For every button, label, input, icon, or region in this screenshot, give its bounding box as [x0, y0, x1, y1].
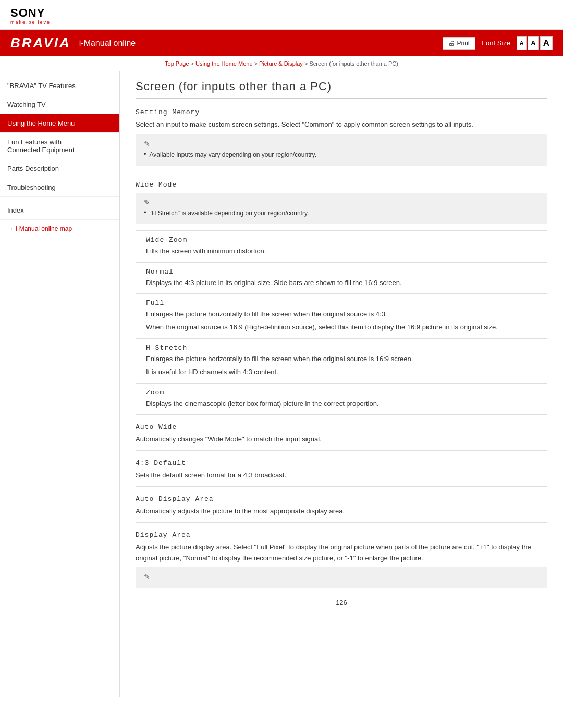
sub-desc-zoom: Displays the cinemascopic (letter box fo…: [146, 399, 547, 410]
section-auto-wide-title: Auto Wide: [136, 423, 547, 431]
divider-display-area: [136, 522, 547, 523]
breadcrumb: Top Page > Using the Home Menu > Picture…: [0, 56, 563, 71]
bullet-dot-2: •: [144, 208, 146, 216]
sony-tagline: make.believe: [10, 20, 553, 25]
section-auto-display-title: Auto Display Area: [136, 495, 547, 503]
bullet-dot: •: [144, 150, 146, 158]
section-setting-memory-title: Setting Memory: [136, 108, 547, 116]
divider-normal: [136, 262, 547, 263]
divider-wide-zoom: [136, 230, 547, 231]
bravia-left: BRAVIA i-Manual online: [10, 35, 136, 51]
note-pencil-icon-3: ✎: [144, 573, 539, 581]
sidebar-item-troubleshooting[interactable]: Troubleshooting: [0, 178, 119, 197]
section-43-default-title: 4:3 Default: [136, 459, 547, 467]
page-number: 126: [136, 599, 547, 607]
sub-title-full: Full: [146, 299, 547, 307]
bravia-bar: BRAVIA i-Manual online 🖨 Print Font Size…: [0, 30, 563, 56]
sub-title-wide-zoom: Wide Zoom: [146, 236, 547, 244]
divider-zoom: [136, 383, 547, 384]
content-area: Screen (for inputs other than a PC) Sett…: [120, 71, 563, 697]
sidebar-item-parts-description[interactable]: Parts Description: [0, 159, 119, 178]
sub-title-normal: Normal: [146, 268, 547, 276]
divider-auto-wide: [136, 414, 547, 415]
section-auto-wide-desc: Automatically changes "Wide Mode" to mat…: [136, 434, 547, 445]
top-header: SONY make.believe: [0, 0, 563, 30]
manual-subtitle: i-Manual online: [79, 39, 136, 48]
breadcrumb-home-menu[interactable]: Using the Home Menu: [195, 60, 252, 67]
sidebar-item-bravia-tv-features[interactable]: "BRAVIA" TV Features: [0, 77, 119, 95]
section-display-area-title: Display Area: [136, 531, 547, 539]
sidebar: "BRAVIA" TV Features Watching TV Using t…: [0, 71, 120, 697]
sub-desc-full-1: Enlarges the picture horizontally to fil…: [146, 309, 547, 320]
font-size-label: Font Size: [482, 39, 510, 47]
sidebar-item-watching-tv[interactable]: Watching TV: [0, 95, 119, 114]
font-size-medium[interactable]: A: [528, 36, 538, 50]
font-size-small[interactable]: A: [517, 36, 527, 50]
sub-desc-normal: Displays the 4:3 picture in its original…: [146, 278, 547, 289]
section-wide-mode-title: Wide Mode: [136, 181, 547, 189]
section-auto-display-desc: Automatically adjusts the picture to the…: [136, 506, 547, 517]
sub-desc-hstretch-1: Enlarges the picture horizontally to fil…: [146, 354, 547, 365]
note-box-wide-mode: ✎ • "H Stretch" is available depending o…: [136, 193, 547, 224]
sidebar-item-fun-features[interactable]: Fun Features withConnected Equipment: [0, 133, 119, 159]
sub-desc-full-2: When the original source is 16:9 (High-d…: [146, 322, 547, 333]
main-layout: "BRAVIA" TV Features Watching TV Using t…: [0, 71, 563, 697]
breadcrumb-current: Screen (for inputs other than a PC): [309, 60, 398, 67]
font-size-large[interactable]: A: [540, 36, 553, 50]
note-text-wide-mode: "H Stretch" is available depending on yo…: [150, 208, 309, 218]
breadcrumb-top-page[interactable]: Top Page: [165, 60, 189, 67]
divider-auto-display: [136, 486, 547, 487]
divider-full: [136, 293, 547, 294]
sub-desc-hstretch-2: It is useful for HD channels with 4:3 co…: [146, 367, 547, 378]
divider-1: [136, 172, 547, 172]
sidebar-item-index[interactable]: Index: [0, 201, 119, 220]
note-bullet-wide-mode: • "H Stretch" is available depending on …: [144, 208, 539, 218]
sub-desc-wide-zoom: Fills the screen with minimum distortion…: [146, 246, 547, 257]
note-box-display-area: ✎: [136, 567, 547, 588]
note-pencil-icon: ✎: [144, 140, 539, 148]
sub-title-hstretch: H Stretch: [146, 344, 547, 352]
divider-hstretch: [136, 338, 547, 339]
page-title: Screen (for inputs other than a PC): [136, 80, 547, 99]
note-bullet-item: • Available inputs may vary depending on…: [144, 150, 539, 159]
sony-logo: SONY: [10, 6, 553, 20]
font-size-controls: A A A: [517, 36, 553, 50]
divider-43default: [136, 450, 547, 451]
section-43-default-desc: Sets the default screen format for a 4:3…: [136, 470, 547, 481]
note-box-setting-memory: ✎ • Available inputs may vary depending …: [136, 134, 547, 166]
bravia-right: 🖨 Print Font Size A A A: [443, 36, 553, 50]
section-display-area-desc: Adjusts the picture display area. Select…: [136, 542, 547, 564]
print-icon: 🖨: [448, 40, 455, 47]
note-text-setting-memory: Available inputs may vary depending on y…: [150, 150, 316, 159]
bravia-logo: BRAVIA: [10, 35, 71, 51]
print-button[interactable]: 🖨 Print: [443, 37, 475, 50]
sidebar-map-label: i-Manual online map: [16, 225, 72, 232]
section-setting-memory-desc: Select an input to make custom screen se…: [136, 119, 547, 130]
note-pencil-icon-2: ✎: [144, 198, 539, 206]
arrow-icon: →: [7, 225, 14, 232]
sidebar-item-using-home-menu[interactable]: Using the Home Menu: [0, 114, 119, 133]
sub-title-zoom: Zoom: [146, 389, 547, 397]
breadcrumb-picture-display[interactable]: Picture & Display: [259, 60, 303, 67]
sidebar-map-link[interactable]: → i-Manual online map: [0, 220, 119, 238]
